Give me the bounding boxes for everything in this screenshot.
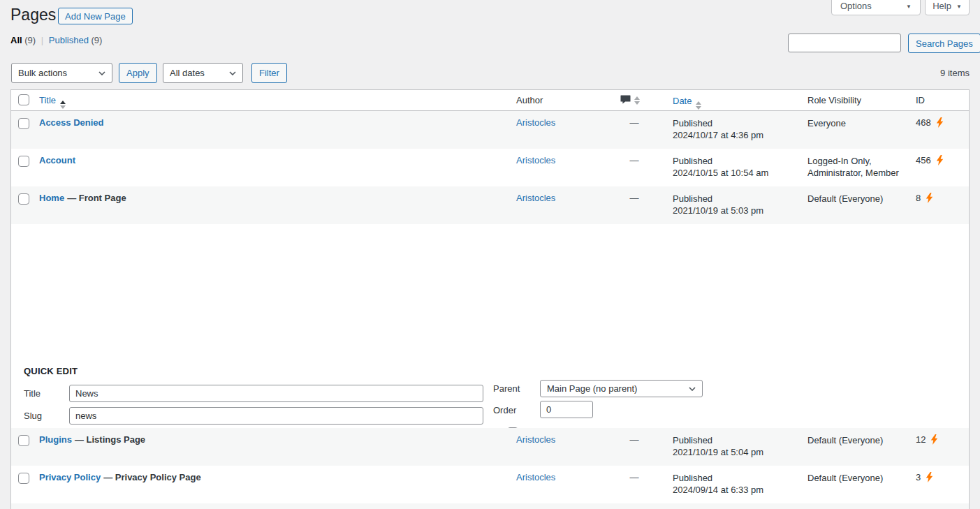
page-state-label: — Listings Page — [75, 434, 145, 445]
quick-edit-legend: QUICK EDIT — [24, 366, 78, 376]
table-row: Plugins— Listings Page Aristocles — Publ… — [11, 428, 969, 466]
date-value: 2021/10/19 at 5:04 pm — [673, 446, 763, 458]
chevron-down-icon — [689, 387, 696, 391]
apply-button[interactable]: Apply — [119, 63, 157, 83]
date-value: 2024/10/15 at 10:54 am — [673, 167, 768, 179]
search-input[interactable] — [788, 34, 901, 52]
date-cell: Published2024/10/17 at 4:36 pm — [673, 117, 763, 141]
page-title-link[interactable]: Privacy Policy — [39, 472, 101, 482]
status-label: Published — [673, 193, 763, 205]
date-value: 2024/09/14 at 6:33 pm — [673, 484, 763, 496]
author-link[interactable]: Aristocles — [516, 117, 555, 128]
page-title: Pages — [10, 6, 56, 24]
status-label: Published — [673, 117, 763, 129]
order-field-label: Order — [493, 405, 516, 415]
date-value: 2024/10/17 at 4:36 pm — [673, 129, 763, 141]
chevron-down-icon: ▼ — [906, 3, 912, 10]
id-cell: 468 — [916, 117, 944, 128]
status-label: Published — [673, 434, 763, 446]
date-cell: Published2021/10/19 at 5:03 pm — [673, 193, 763, 216]
row-checkbox[interactable] — [18, 118, 29, 129]
screen-options-label: Screen Options — [840, 0, 901, 11]
author-link[interactable]: Aristocles — [516, 155, 555, 165]
date-cell: Published2021/10/19 at 5:04 pm — [673, 434, 763, 458]
add-new-page-button[interactable]: Add New Page — [58, 8, 133, 24]
page-state-label: — Privacy Policy Page — [103, 472, 200, 482]
column-header-date[interactable]: Date — [673, 95, 701, 109]
view-published-link[interactable]: Published — [49, 35, 89, 45]
row-checkbox[interactable] — [18, 473, 29, 484]
comments-count: — — [620, 472, 648, 482]
page-state-label: — Front Page — [67, 193, 126, 203]
table-header-row: Title Author Date Role Visibility ID — [11, 90, 969, 111]
bulk-actions-value: Bulk actions — [18, 68, 67, 78]
date-cell: Published2024/10/15 at 10:54 am — [673, 155, 768, 179]
filter-button[interactable]: Filter — [251, 63, 287, 83]
comments-count: — — [620, 193, 648, 203]
order-field[interactable] — [540, 401, 593, 418]
slug-field-label: Slug — [24, 411, 42, 421]
slug-field[interactable] — [69, 407, 483, 425]
id-value: 12 — [916, 434, 926, 445]
table-row-partial — [11, 503, 969, 509]
row-checkbox[interactable] — [18, 156, 29, 167]
id-cell: 12 — [916, 434, 938, 445]
select-all-checkbox[interactable] — [18, 94, 29, 105]
comments-count: — — [620, 434, 648, 445]
sort-arrows-icon — [634, 96, 640, 105]
column-header-title-label[interactable]: Title — [39, 95, 56, 105]
view-all-link[interactable]: All — [10, 35, 22, 45]
date-cell: Published2024/09/14 at 6:33 pm — [673, 472, 763, 496]
id-value: 456 — [916, 155, 931, 165]
view-all-count: (9) — [24, 35, 36, 45]
quick-edit-panel: QUICK EDIT Title Slug Date 10-Oct , at :… — [11, 224, 969, 428]
dates-filter-value: All dates — [170, 68, 205, 78]
column-header-date-label[interactable]: Date — [673, 96, 692, 106]
id-value: 468 — [916, 117, 931, 128]
table-row: Home— Front Page Aristocles — Published2… — [11, 186, 969, 224]
page-title-link[interactable]: Home — [39, 193, 64, 203]
column-header-title[interactable]: Title — [39, 95, 66, 108]
chevron-down-icon: ▼ — [956, 3, 962, 10]
role-visibility-cell: Logged-In Only, Administrator, Member — [807, 155, 914, 179]
items-count: 9 items — [940, 68, 970, 78]
author-link[interactable]: Aristocles — [516, 434, 555, 445]
id-cell: 456 — [916, 155, 944, 165]
id-value: 8 — [916, 193, 921, 203]
id-cell: 8 — [916, 193, 933, 203]
row-checkbox[interactable] — [18, 435, 29, 446]
author-link[interactable]: Aristocles — [516, 472, 555, 482]
date-value: 2021/10/19 at 5:03 pm — [673, 205, 763, 216]
parent-select[interactable]: Main Page (no parent) — [540, 380, 703, 397]
page-title-link[interactable]: Plugins — [39, 434, 72, 445]
help-label: Help — [933, 1, 951, 11]
help-button[interactable]: Help ▼ — [925, 0, 970, 15]
pages-table: Title Author Date Role Visibility ID Acc… — [10, 89, 970, 509]
author-link[interactable]: Aristocles — [516, 193, 555, 203]
view-filter-links: All (9) | Published (9) — [10, 35, 102, 45]
lightning-bolt-icon — [936, 117, 944, 128]
comments-count: — — [620, 155, 648, 165]
screen-options-button[interactable]: Screen Options ▼ — [831, 0, 921, 15]
status-label: Published — [673, 472, 763, 484]
column-header-role-visibility: Role Visibility — [807, 95, 861, 105]
sort-arrows-icon — [696, 101, 701, 110]
id-value: 3 — [916, 472, 921, 482]
row-checkbox[interactable] — [18, 193, 29, 205]
title-field-label: Title — [24, 388, 41, 399]
bulk-actions-select[interactable]: Bulk actions — [11, 63, 112, 83]
role-visibility-cell: Default (Everyone) — [807, 434, 914, 446]
lightning-bolt-icon — [926, 193, 933, 203]
parent-field-label: Parent — [493, 383, 520, 394]
view-separator: | — [41, 35, 43, 45]
dates-filter-select[interactable]: All dates — [163, 63, 243, 83]
title-field[interactable] — [69, 385, 483, 402]
page-title-link[interactable]: Access Denied — [39, 117, 104, 128]
column-header-comments[interactable] — [620, 95, 640, 104]
role-visibility-cell: Default (Everyone) — [807, 472, 914, 484]
role-visibility-cell: Everyone — [807, 117, 914, 129]
search-pages-button[interactable]: Search Pages — [908, 34, 980, 53]
table-row: Privacy Policy— Privacy Policy Page Aris… — [11, 466, 969, 503]
page-title-link[interactable]: Account — [39, 155, 75, 165]
parent-value: Main Page (no parent) — [547, 383, 637, 394]
